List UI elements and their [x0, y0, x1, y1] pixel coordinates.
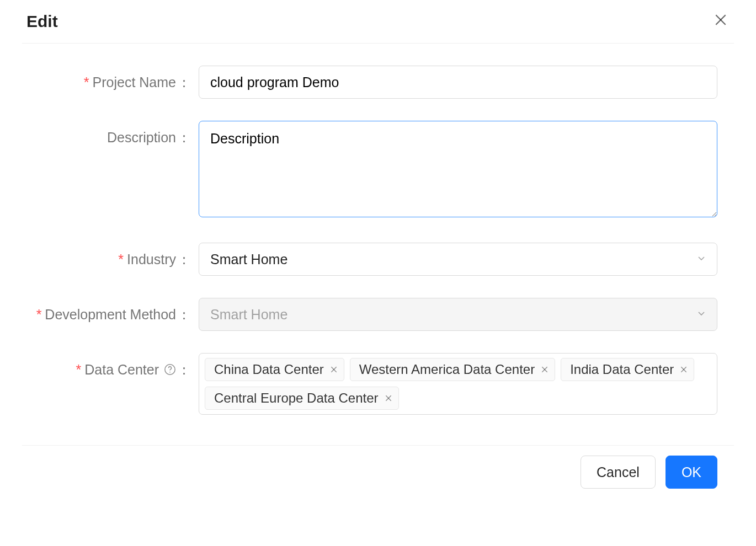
tag-remove-icon[interactable] — [540, 365, 549, 374]
industry-select[interactable]: Smart Home — [199, 243, 717, 276]
description-textarea[interactable]: Description — [199, 121, 717, 217]
tag-label: Western America Data Center — [359, 362, 535, 377]
tag-label: China Data Center — [214, 362, 324, 377]
tag-remove-icon[interactable] — [384, 394, 393, 403]
label-industry: *Industry： — [28, 243, 199, 269]
tag-label: Central Europe Data Center — [214, 390, 379, 406]
row-project-name: *Project Name： — [28, 66, 717, 99]
development-method-value: Smart Home — [210, 307, 288, 323]
cancel-button[interactable]: Cancel — [581, 456, 656, 489]
data-center-tag: India Data Center — [561, 358, 694, 381]
row-industry: *Industry： Smart Home — [28, 243, 717, 276]
data-center-tag: China Data Center — [205, 358, 344, 381]
data-center-multiselect[interactable]: China Data CenterWestern America Data Ce… — [199, 353, 717, 415]
data-center-tag: Western America Data Center — [350, 358, 555, 381]
help-icon[interactable] — [164, 363, 176, 376]
label-project-name: *Project Name： — [28, 66, 199, 92]
industry-value: Smart Home — [210, 251, 288, 267]
tag-label: India Data Center — [570, 362, 674, 377]
label-development-method: *Development Method： — [28, 298, 199, 324]
chevron-down-icon — [696, 307, 707, 323]
data-center-tag: Central Europe Data Center — [205, 387, 399, 410]
development-method-select: Smart Home — [199, 298, 717, 331]
label-description: Description： — [28, 121, 199, 147]
row-data-center: *Data Center ： China Data CenterWestern … — [28, 353, 717, 415]
row-description: Description： Description — [28, 121, 717, 221]
svg-point-3 — [169, 372, 171, 373]
close-button[interactable] — [712, 13, 730, 30]
required-star: * — [84, 74, 89, 90]
chevron-down-icon — [696, 251, 707, 267]
close-icon — [714, 13, 728, 30]
dialog-title: Edit — [26, 12, 58, 31]
required-star: * — [36, 307, 42, 322]
tag-remove-icon[interactable] — [329, 365, 338, 374]
required-star: * — [76, 362, 82, 377]
dialog-body: *Project Name： Description： Description … — [22, 44, 734, 445]
dialog-header: Edit — [22, 0, 734, 44]
ok-button[interactable]: OK — [666, 456, 717, 489]
tag-remove-icon[interactable] — [679, 365, 688, 374]
row-development-method: *Development Method： Smart Home — [28, 298, 717, 331]
project-name-input[interactable] — [199, 66, 717, 99]
required-star: * — [118, 251, 124, 267]
edit-dialog: Edit *Project Name： Description： Descrip… — [22, 0, 734, 505]
dialog-footer: Cancel OK — [22, 445, 734, 505]
label-data-center: *Data Center ： — [28, 353, 199, 379]
